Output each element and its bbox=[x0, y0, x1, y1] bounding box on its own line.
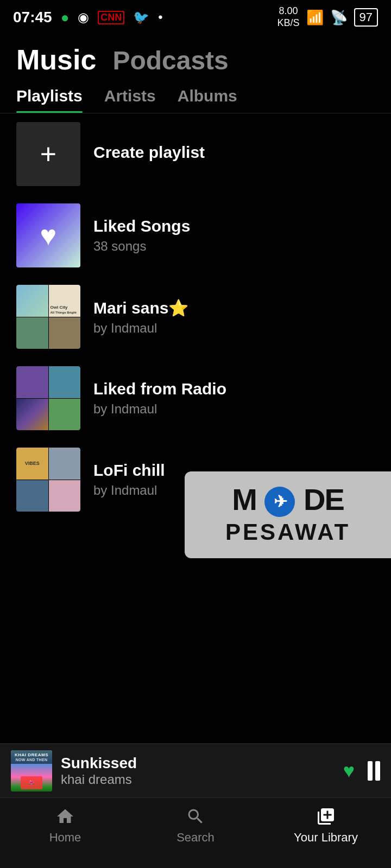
status-bar: 07:45 ● ◉ CNN 🐦 • 8.00KB/S 📶 📡 97 bbox=[0, 0, 391, 33]
grid-cell-lf-2 bbox=[49, 448, 81, 480]
np-artist: khai dreams bbox=[61, 772, 335, 787]
grid-cell-1 bbox=[16, 285, 48, 317]
nav-library[interactable]: Your Library bbox=[261, 807, 391, 845]
status-time: 07:45 bbox=[13, 9, 52, 26]
np-thumb-line2: NOW AND THEN bbox=[13, 758, 50, 762]
mari-sans-subtitle: by Indmaul bbox=[93, 321, 375, 336]
heart-icon: ♥ bbox=[40, 219, 57, 252]
liked-radio-info: Liked from Radio by Indmaul bbox=[93, 380, 375, 417]
library-icon bbox=[316, 807, 336, 826]
grid-cell-3 bbox=[16, 317, 48, 349]
grid-cell-lr-1 bbox=[16, 366, 48, 398]
tab-albums[interactable]: Albums bbox=[178, 87, 237, 113]
liked-songs-thumb: ♥ bbox=[16, 203, 80, 267]
wifi-icon: 📶 bbox=[306, 9, 324, 26]
liked-songs-title: Liked Songs bbox=[93, 217, 375, 235]
grid-cell-lf-3 bbox=[16, 480, 48, 512]
create-playlist-thumb: + bbox=[16, 122, 80, 186]
dot-icon: • bbox=[158, 10, 162, 25]
liked-radio-title: Liked from Radio bbox=[93, 380, 375, 398]
nav-search[interactable]: Search bbox=[130, 807, 261, 845]
liked-songs-item[interactable]: ♥ Liked Songs 38 songs bbox=[0, 195, 391, 276]
nav-home-label: Home bbox=[49, 831, 81, 845]
create-playlist-item[interactable]: + Create playlist bbox=[0, 113, 391, 195]
np-thumb-line1: KHAI DREAMS bbox=[13, 752, 50, 758]
header: Music Podcasts bbox=[0, 33, 391, 81]
airplane-mode-overlay: M ✈ DE PESAWAT bbox=[185, 471, 391, 558]
np-controls: ♥ bbox=[343, 760, 380, 782]
home-icon bbox=[55, 807, 75, 826]
pause-bar-2 bbox=[375, 761, 380, 781]
tab-playlists[interactable]: Playlists bbox=[16, 87, 83, 113]
nav-home[interactable]: Home bbox=[0, 807, 130, 845]
liked-radio-subtitle: by Indmaul bbox=[93, 401, 375, 417]
signal-icon: 📡 bbox=[330, 9, 348, 26]
nav-library-label: Your Library bbox=[294, 831, 358, 845]
heart-button[interactable]: ♥ bbox=[343, 760, 355, 782]
liked-songs-subtitle: 38 songs bbox=[93, 239, 375, 254]
lofi-row-wrapper: VIBES LoFi chill by Indmaul bbox=[0, 439, 391, 520]
grid-cell-lr-2 bbox=[49, 366, 81, 398]
mari-sans-title: Mari sans⭐ bbox=[93, 298, 375, 317]
instagram-icon: ◉ bbox=[78, 10, 89, 25]
playlist-list: + Create playlist ♥ Liked Songs 38 songs bbox=[0, 113, 391, 520]
mari-sans-thumb: Owl CityAll Things Bright bbox=[16, 285, 80, 349]
mari-sans-info: Mari sans⭐ by Indmaul bbox=[93, 298, 375, 336]
create-playlist-title: Create playlist bbox=[93, 143, 375, 162]
grid-cell-4 bbox=[49, 317, 81, 349]
tab-artists[interactable]: Artists bbox=[104, 87, 156, 113]
pause-bar-1 bbox=[368, 761, 373, 781]
airplane-pesawat: PESAWAT bbox=[225, 519, 350, 545]
grid-cell-lf-4 bbox=[49, 480, 81, 512]
battery-indicator: 97 bbox=[354, 8, 378, 27]
nav-search-label: Search bbox=[176, 831, 215, 845]
grid-cell-lr-3 bbox=[16, 399, 48, 431]
pause-button[interactable] bbox=[368, 761, 380, 781]
now-playing-bar[interactable]: KHAI DREAMS NOW AND THEN 🌺 Sunkissed kha… bbox=[0, 743, 391, 797]
plus-icon: + bbox=[40, 140, 56, 168]
grid-cell-lr-4 bbox=[49, 399, 81, 431]
liked-radio-thumb bbox=[16, 366, 80, 430]
music-tab-header[interactable]: Music bbox=[16, 43, 96, 76]
content-area: + Create playlist ♥ Liked Songs 38 songs bbox=[0, 113, 391, 678]
search-icon bbox=[186, 807, 205, 826]
create-playlist-info: Create playlist bbox=[93, 143, 375, 165]
now-playing-thumb: KHAI DREAMS NOW AND THEN 🌺 bbox=[11, 750, 52, 792]
airplane-mode-text: M ✈ DE bbox=[232, 484, 344, 517]
twitter-icon: 🐦 bbox=[133, 10, 149, 25]
lofi-thumb: VIBES bbox=[16, 448, 80, 512]
podcasts-tab-header[interactable]: Podcasts bbox=[112, 46, 228, 75]
data-speed: 8.00KB/S bbox=[277, 5, 299, 29]
bottom-nav: Home Search Your Library bbox=[0, 797, 391, 868]
mari-sans-item[interactable]: Owl CityAll Things Bright Mari sans⭐ by … bbox=[0, 276, 391, 358]
spotify-icon: ● bbox=[61, 9, 70, 26]
liked-songs-info: Liked Songs 38 songs bbox=[93, 217, 375, 254]
filter-tabs: Playlists Artists Albums bbox=[0, 81, 391, 113]
cnn-icon: CNN bbox=[98, 11, 124, 24]
grid-cell-lf-1: VIBES bbox=[16, 448, 48, 480]
liked-from-radio-item[interactable]: Liked from Radio by Indmaul bbox=[0, 358, 391, 439]
grid-cell-2: Owl CityAll Things Bright bbox=[49, 285, 81, 317]
now-playing-info: Sunkissed khai dreams bbox=[61, 755, 335, 787]
np-title: Sunkissed bbox=[61, 755, 335, 772]
